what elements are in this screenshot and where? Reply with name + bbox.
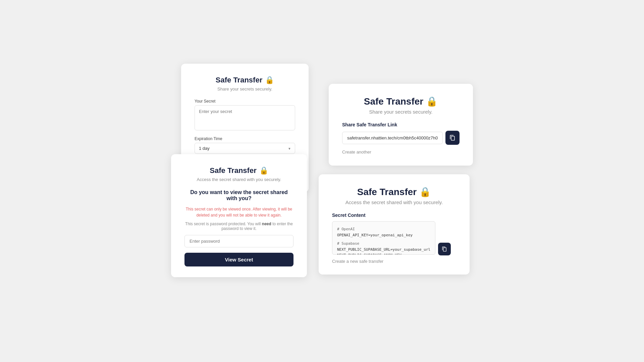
copy-content-icon bbox=[442, 246, 447, 252]
card2-subtitle: Share your secrets securely. bbox=[342, 109, 460, 115]
expiration-wrapper: 1 day 1 hour 7 days ▼ bbox=[195, 143, 295, 154]
content-line-2: OPENAI_API_KEY=your_openai_api_key bbox=[337, 232, 430, 238]
secret-content-box: # OpenAI OPENAI_API_KEY=your_openai_api_… bbox=[332, 221, 435, 255]
expiration-select[interactable]: 1 day 1 hour 7 days bbox=[195, 143, 295, 154]
content-line-6: NEXT_PUBLIC_SUPABASE_ANON_KEY=... bbox=[337, 252, 430, 255]
share-link-card: Safe Transfer 🔒 Share your secrets secur… bbox=[329, 84, 473, 166]
password-input[interactable] bbox=[184, 235, 293, 247]
card3-title-text: Safe Transfer bbox=[210, 166, 256, 175]
card4-subtitle: Access the secret shared with you secure… bbox=[332, 199, 456, 205]
card2-title: Safe Transfer 🔒 bbox=[342, 96, 460, 107]
card3-subtitle: Access the secret shared with you secure… bbox=[184, 177, 293, 182]
content-line-4: # Supabase bbox=[337, 241, 430, 247]
secret-section: Your Secret bbox=[195, 99, 295, 132]
content-line-3 bbox=[337, 238, 430, 241]
link-row bbox=[342, 131, 460, 145]
share-link-input[interactable] bbox=[342, 132, 443, 144]
secret-content-row: # OpenAI OPENAI_API_KEY=your_openai_api_… bbox=[332, 221, 456, 255]
secret-textarea[interactable] bbox=[195, 105, 295, 130]
copy-icon bbox=[449, 135, 455, 141]
copy-content-button[interactable] bbox=[438, 243, 451, 255]
content-line-1: # OpenAI bbox=[337, 226, 430, 232]
password-note-prefix: This secret is password protected. You w… bbox=[185, 222, 261, 226]
card1-subtitle: Share your secrets securely. bbox=[195, 86, 295, 92]
card1-title: Safe Transfer 🔒 bbox=[195, 76, 295, 84]
content-line-5: NEXT_PUBLIC_SUPABASE_URL=your_supabase_u… bbox=[337, 247, 430, 253]
copy-link-button[interactable] bbox=[445, 131, 460, 145]
card4-title-text: Safe Transfer bbox=[357, 187, 417, 197]
card1-title-text: Safe Transfer bbox=[216, 76, 262, 84]
card3-lock-icon: 🔒 bbox=[259, 166, 268, 175]
card2-title-text: Safe Transfer bbox=[364, 96, 423, 107]
card2-lock-icon: 🔒 bbox=[426, 96, 438, 107]
secret-content-card: Safe Transfer 🔒 Access the secret shared… bbox=[319, 174, 470, 275]
secret-label: Your Secret bbox=[195, 99, 295, 104]
expiration-label: Expiration Time bbox=[195, 136, 295, 141]
create-another-link[interactable]: Create another bbox=[342, 149, 371, 155]
card4-title: Safe Transfer 🔒 bbox=[332, 186, 456, 197]
warning-text: This secret can only be viewed once. Aft… bbox=[184, 206, 293, 218]
view-question: Do you want to view the secret shared wi… bbox=[184, 189, 293, 201]
view-secret-password-card: Safe Transfer 🔒 Access the secret shared… bbox=[171, 154, 307, 277]
share-label: Share Safe Transfer Link bbox=[342, 122, 460, 127]
password-note: This secret is password protected. You w… bbox=[184, 222, 293, 231]
secret-content-label: Secret Content bbox=[332, 213, 456, 218]
expiration-section: Expiration Time 1 day 1 hour 7 days ▼ bbox=[195, 136, 295, 154]
password-note-emphasis: need bbox=[262, 222, 271, 226]
card4-lock-icon: 🔒 bbox=[419, 186, 431, 197]
view-secret-button[interactable]: View Secret bbox=[184, 253, 293, 266]
create-new-link[interactable]: Create a new safe transfer bbox=[332, 259, 456, 264]
card3-title: Safe Transfer 🔒 bbox=[184, 166, 293, 175]
card1-lock-icon: 🔒 bbox=[265, 76, 274, 84]
